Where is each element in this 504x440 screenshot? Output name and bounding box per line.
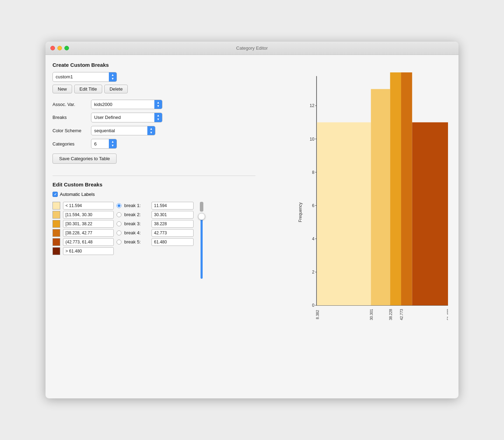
break-input-4[interactable] bbox=[152, 238, 194, 246]
bar-4 bbox=[401, 72, 412, 305]
svg-text:2: 2 bbox=[312, 270, 315, 275]
delete-button[interactable]: Delete bbox=[104, 85, 128, 93]
new-button[interactable]: New bbox=[52, 85, 72, 93]
color-swatch-1 bbox=[52, 211, 60, 219]
break-row-3: [38.228, 42.77 break 4: bbox=[52, 229, 194, 237]
svg-text:12: 12 bbox=[310, 103, 315, 108]
bar-1 bbox=[317, 122, 371, 305]
categories-label: Categories bbox=[52, 141, 91, 147]
auto-labels-row: Automatic Labels bbox=[52, 192, 255, 197]
edit-section-title: Edit Custom Breaks bbox=[52, 182, 255, 187]
color-scheme-value: sequential bbox=[91, 127, 147, 135]
svg-text:4: 4 bbox=[312, 236, 315, 241]
arrow-up-icon: ▲ bbox=[157, 101, 160, 105]
radio-1[interactable] bbox=[117, 212, 121, 217]
break-label-1: break 2: bbox=[124, 212, 149, 217]
custom-select[interactable]: custom1 ▲ ▼ bbox=[52, 72, 117, 82]
assoc-var-value: kids2000 bbox=[91, 100, 154, 108]
save-categories-button[interactable]: Save Categories to Table bbox=[52, 154, 117, 164]
radio-4[interactable] bbox=[117, 240, 121, 244]
content-area: Create Custom Breaks custom1 ▲ ▼ New Edi… bbox=[46, 55, 458, 398]
color-scheme-arrows[interactable]: ▲ ▼ bbox=[147, 126, 155, 135]
breaks-label: Breaks bbox=[52, 115, 91, 120]
arrow-down-icon: ▼ bbox=[157, 118, 160, 121]
close-button[interactable] bbox=[50, 46, 55, 50]
arrow-up-icon: ▲ bbox=[111, 73, 114, 77]
slider-thumb[interactable] bbox=[198, 213, 205, 220]
custom-select-value: custom1 bbox=[53, 73, 109, 81]
breaks-table: < 11.594 break 1: [11.594, 30.30 break 2… bbox=[52, 202, 194, 255]
breaks-arrows[interactable]: ▲ ▼ bbox=[154, 113, 162, 122]
color-swatch-4 bbox=[52, 238, 60, 246]
svg-text:42.773: 42.773 bbox=[400, 309, 404, 320]
svg-text:8: 8 bbox=[312, 170, 315, 175]
radio-0[interactable] bbox=[117, 203, 121, 208]
assoc-var-arrows[interactable]: ▲ ▼ bbox=[154, 100, 162, 109]
assoc-var-row: Assoc. Var. kids2000 ▲ ▼ bbox=[52, 100, 255, 109]
minimize-button[interactable] bbox=[57, 46, 62, 50]
color-scheme-label: Color Scheme bbox=[52, 128, 91, 133]
break-row-5: > 61.480 bbox=[52, 247, 194, 255]
action-buttons-row: New Edit Title Delete bbox=[52, 85, 255, 93]
section-divider bbox=[52, 176, 255, 176]
svg-text:6: 6 bbox=[312, 203, 315, 208]
break-label-3: break 4: bbox=[124, 230, 149, 235]
slider-track[interactable] bbox=[201, 213, 203, 279]
break-input-1[interactable] bbox=[152, 211, 194, 219]
assoc-var-label: Assoc. Var. bbox=[52, 102, 91, 107]
breaks-value: User Defined bbox=[91, 113, 154, 121]
break-label-2: break 3: bbox=[124, 221, 149, 226]
right-panel: Frequency 0 2 4 6 bbox=[262, 62, 451, 391]
color-scheme-select[interactable]: sequential ▲ ▼ bbox=[91, 126, 155, 136]
auto-labels-text: Automatic Labels bbox=[60, 192, 95, 197]
breaks-row: Breaks User Defined ▲ ▼ bbox=[52, 113, 255, 122]
edit-title-button[interactable]: Edit Title bbox=[74, 85, 102, 93]
label-box-5: > 61.480 bbox=[63, 247, 114, 255]
break-row-2: [30.301, 38.22 break 3: bbox=[52, 220, 194, 228]
label-box-0: < 11.594 bbox=[63, 202, 114, 210]
svg-text:0: 0 bbox=[312, 303, 315, 308]
color-swatch-5 bbox=[52, 247, 60, 255]
auto-labels-checkbox[interactable] bbox=[52, 192, 58, 197]
slider-top-cap bbox=[200, 202, 203, 212]
break-row-4: (42.773, 61.48 break 5: bbox=[52, 238, 194, 246]
radio-2[interactable] bbox=[117, 221, 121, 226]
break-input-0[interactable] bbox=[152, 202, 194, 210]
arrow-down-icon: ▼ bbox=[111, 144, 114, 148]
svg-text:8.382: 8.382 bbox=[316, 310, 320, 319]
categories-select[interactable]: 6 ▲ ▼ bbox=[91, 139, 117, 149]
assoc-var-select[interactable]: kids2000 ▲ ▼ bbox=[91, 100, 162, 109]
break-row-0: < 11.594 break 1: bbox=[52, 202, 194, 210]
arrow-up-icon: ▲ bbox=[150, 127, 153, 131]
radio-3[interactable] bbox=[117, 230, 121, 235]
svg-text:30.301: 30.301 bbox=[370, 309, 373, 320]
breaks-section: < 11.594 break 1: [11.594, 30.30 break 2… bbox=[52, 202, 255, 279]
arrow-up-icon: ▲ bbox=[157, 114, 160, 118]
y-axis-label: Frequency bbox=[298, 203, 303, 222]
bar-2 bbox=[371, 89, 390, 305]
chart-area: Frequency 0 2 4 6 bbox=[290, 69, 451, 356]
color-swatch-2 bbox=[52, 220, 60, 228]
svg-text:61.480: 61.480 bbox=[447, 309, 448, 320]
custom-dropdown-row: custom1 ▲ ▼ bbox=[52, 72, 255, 82]
titlebar: Category Editor bbox=[46, 42, 458, 55]
arrow-down-icon: ▼ bbox=[111, 77, 114, 81]
arrow-down-icon: ▼ bbox=[157, 104, 160, 108]
arrow-down-icon: ▼ bbox=[150, 131, 153, 135]
categories-arrows[interactable]: ▲ ▼ bbox=[109, 139, 117, 148]
label-box-4: (42.773, 61.48 bbox=[63, 238, 114, 246]
custom-select-arrows[interactable]: ▲ ▼ bbox=[109, 72, 117, 81]
svg-text:38.228: 38.228 bbox=[389, 309, 393, 320]
left-panel: Create Custom Breaks custom1 ▲ ▼ New Edi… bbox=[52, 62, 255, 391]
break-input-2[interactable] bbox=[152, 220, 194, 228]
color-swatch-3 bbox=[52, 229, 60, 237]
arrow-up-icon: ▲ bbox=[111, 140, 114, 144]
breaks-select[interactable]: User Defined ▲ ▼ bbox=[91, 113, 162, 122]
break-row-1: [11.594, 30.30 break 2: bbox=[52, 211, 194, 219]
bar-3 bbox=[390, 72, 401, 305]
main-window: Category Editor Create Custom Breaks cus… bbox=[46, 42, 458, 398]
color-scheme-row: Color Scheme sequential ▲ ▼ bbox=[52, 126, 255, 136]
break-input-3[interactable] bbox=[152, 229, 194, 237]
label-box-3: [38.228, 42.77 bbox=[63, 229, 114, 237]
maximize-button[interactable] bbox=[64, 46, 69, 50]
